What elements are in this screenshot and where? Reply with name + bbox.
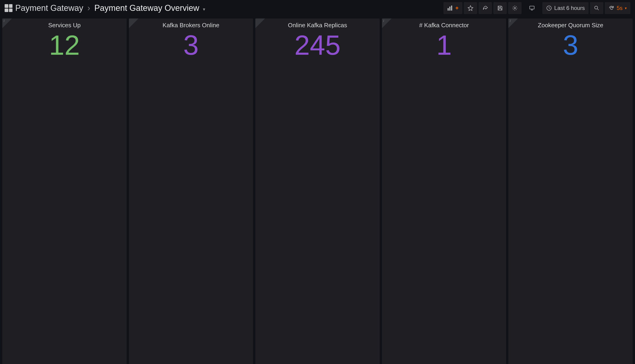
panel-info-icon[interactable] <box>508 18 518 28</box>
star-button[interactable] <box>464 2 477 14</box>
stat-value: 245 <box>255 30 380 61</box>
panel-title: Zookeeper Quorum Size <box>508 18 633 30</box>
dashboard-grid: Services Up 12 Kafka Brokers Online 3 On… <box>0 16 635 364</box>
time-range-button[interactable]: Last 6 hours <box>542 2 588 14</box>
stat-kafka-brokers[interactable]: Kafka Brokers Online 3 <box>129 18 253 364</box>
star-icon <box>467 5 473 11</box>
gear-icon <box>512 5 518 11</box>
time-range-label: Last 6 hours <box>554 5 585 11</box>
svg-rect-2 <box>451 6 452 10</box>
panel-info-icon[interactable] <box>2 18 12 28</box>
bar-chart-icon <box>447 5 453 11</box>
refresh-interval-label: 5s <box>617 5 622 11</box>
stat-value: 3 <box>508 30 633 61</box>
svg-rect-0 <box>448 8 448 10</box>
share-button[interactable] <box>478 2 492 14</box>
panel-title: Online Kafka Replicas <box>255 18 380 30</box>
dashboard-grid-icon[interactable] <box>5 4 13 12</box>
breadcrumb-current[interactable]: Payment Gateway Overview <box>94 3 199 13</box>
panel-title: # Kafka Connector <box>382 18 506 30</box>
topbar-left: Payment Gateway › Payment Gateway Overvi… <box>5 3 441 13</box>
stat-value: 12 <box>2 30 127 61</box>
panel-info-icon[interactable] <box>382 18 392 28</box>
search-icon <box>594 5 600 11</box>
panel-menu-corner[interactable] <box>255 18 265 28</box>
stat-kafka-connector[interactable]: # Kafka Connector 1 <box>382 18 506 364</box>
plus-icon: + <box>455 5 459 11</box>
share-icon <box>482 5 488 11</box>
svg-point-3 <box>514 8 515 9</box>
settings-button[interactable] <box>508 2 521 14</box>
panel-title: Services Up <box>2 18 127 30</box>
cycle-view-button[interactable] <box>525 2 539 14</box>
panel-title: Kafka Brokers Online <box>129 18 253 30</box>
svg-rect-1 <box>449 7 450 10</box>
save-button[interactable] <box>493 2 507 14</box>
save-icon <box>497 5 503 11</box>
add-panel-button[interactable]: + <box>443 2 462 14</box>
zoom-out-button[interactable] <box>590 2 603 14</box>
refresh-icon <box>608 5 614 11</box>
stat-value: 1 <box>382 30 506 61</box>
stat-zk-quorum[interactable]: Zookeeper Quorum Size 3 <box>508 18 633 364</box>
clock-icon <box>546 5 552 11</box>
stat-value: 3 <box>129 30 253 61</box>
breadcrumb[interactable]: Payment Gateway › Payment Gateway Overvi… <box>15 3 205 13</box>
monitor-icon <box>529 5 535 11</box>
stat-kafka-replicas[interactable]: Online Kafka Replicas 245 <box>255 18 380 364</box>
stat-services-up[interactable]: Services Up 12 <box>2 18 127 364</box>
topbar-right: + Last 6 hours 5s ▾ <box>443 2 630 14</box>
panel-menu-corner[interactable] <box>129 18 139 28</box>
chevron-right-icon: › <box>87 3 90 13</box>
caret-down-icon[interactable]: ▾ <box>203 7 205 12</box>
topbar: Payment Gateway › Payment Gateway Overvi… <box>0 0 635 16</box>
svg-rect-4 <box>530 6 534 9</box>
breadcrumb-root[interactable]: Payment Gateway <box>15 3 83 13</box>
refresh-button[interactable]: 5s ▾ <box>605 2 630 14</box>
svg-point-6 <box>594 6 597 9</box>
caret-down-icon: ▾ <box>625 6 627 10</box>
